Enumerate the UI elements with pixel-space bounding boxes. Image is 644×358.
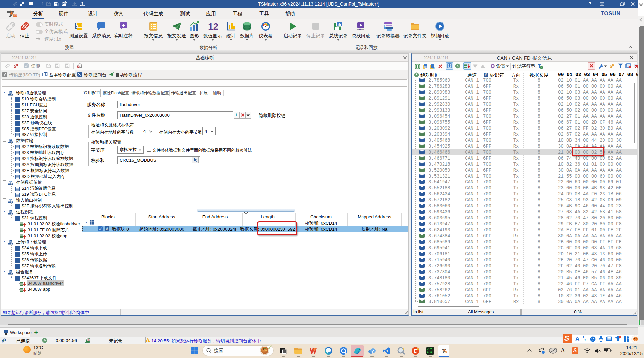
svg-text:86: 86 [13,14,17,18]
svg-text:12: 12 [208,21,218,31]
svg-text:c: c [433,66,435,69]
svg-text:86: 86 [445,351,447,354]
